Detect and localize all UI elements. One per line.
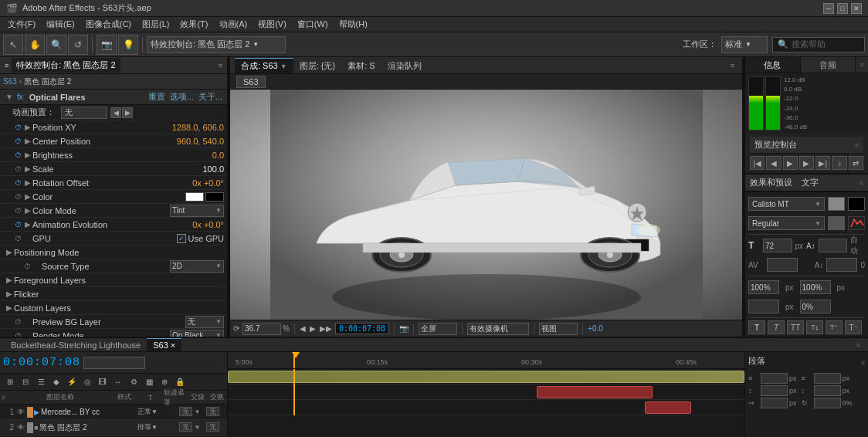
toolbar-btn-select[interactable]: ↖ <box>3 35 23 55</box>
toolbar-btn-zoom[interactable]: 🔍 <box>46 35 66 55</box>
preview-menu[interactable]: ≡ <box>855 141 859 149</box>
menu-view[interactable]: 视图(V) <box>253 17 291 32</box>
font-size-input[interactable]: 72 <box>763 239 792 252</box>
camera-dropdown[interactable]: 有效摄像机 <box>467 323 529 335</box>
toolbar-btn-rotate[interactable]: ↺ <box>68 35 88 55</box>
stopwatch-color[interactable]: ⏱ <box>12 191 23 202</box>
tt-btn-3[interactable]: ☰ <box>34 375 48 389</box>
preview-first-frame[interactable]: |◀ <box>750 156 765 170</box>
viewer-tab-render[interactable]: 渲染队列 <box>381 58 428 73</box>
source-type-dropdown[interactable]: 2D ▼ <box>170 260 224 273</box>
layer-track-1[interactable]: 无 ▼ <box>179 407 206 417</box>
maximize-button[interactable]: □ <box>837 3 848 14</box>
menu-edit[interactable]: 编辑(E) <box>42 17 80 32</box>
layer-eye-2[interactable]: 👁 <box>15 422 26 433</box>
value-brightness[interactable]: 0.0 <box>212 151 224 160</box>
style-italic[interactable]: T <box>768 320 785 334</box>
layer-mode-1[interactable]: 正常 ▼ <box>137 407 168 417</box>
view-dropdown[interactable]: 视图 <box>539 323 578 335</box>
font-stroke-btn[interactable] <box>848 197 865 211</box>
vb-play[interactable]: ▶ <box>310 324 316 333</box>
tt-btn-9[interactable]: ⚙ <box>127 375 141 389</box>
toggle-color[interactable]: ▶ <box>25 192 32 201</box>
menu-window[interactable]: 窗口(W) <box>293 17 333 32</box>
leading-input[interactable] <box>819 239 848 252</box>
stopwatch-anim-evo[interactable]: ⏱ <box>12 219 23 230</box>
color-swatch-black[interactable] <box>205 192 224 202</box>
preview-play-stop[interactable]: ▶ <box>783 156 798 170</box>
stopwatch-scale[interactable]: ⏱ <box>12 164 23 174</box>
render-mode-dropdown[interactable]: On Black ▼ <box>170 330 224 337</box>
viewer-tab-layer[interactable]: 图层: {无} <box>293 58 341 73</box>
seg-input-3b[interactable] <box>814 398 841 408</box>
seg-input-1a[interactable] <box>761 373 788 384</box>
animation-presets-dropdown[interactable]: 无 <box>61 107 107 119</box>
layer-parent-2[interactable]: 无 <box>206 422 225 432</box>
viewer-menu-icon[interactable]: ≡ <box>731 62 734 69</box>
of-reset-link[interactable]: 重置 <box>148 91 165 103</box>
toggle-rotation[interactable]: ▶ <box>25 178 32 187</box>
search-box[interactable]: 🔍 搜索帮助 <box>772 37 865 53</box>
preview-last-frame[interactable]: ▶| <box>815 156 830 170</box>
stopwatch-center-pos[interactable]: ⏱ <box>12 136 23 147</box>
vb-reset[interactable]: ⟳ <box>233 324 239 333</box>
toggle-pos-mode[interactable]: ▶ <box>6 248 14 256</box>
font-color-btn[interactable] <box>828 197 845 211</box>
stopwatch-brightness[interactable]: ⏱ <box>12 150 23 161</box>
timeline-tab-lighthouse[interactable]: Buckethead-Stretching Lighthouse <box>5 339 147 351</box>
toggle-position-xy[interactable]: ▶ <box>25 123 32 131</box>
layer-name-2[interactable]: 黑色 固态层 2 <box>39 422 137 433</box>
menu-file[interactable]: 文件(F) <box>3 17 40 32</box>
value-scale[interactable]: 100.0 <box>202 164 224 174</box>
panel-header-title[interactable]: 特效控制台: 黑色 固态层 2 <box>12 58 120 73</box>
vb-timecode-display[interactable]: 0:00:07:08 <box>335 323 389 334</box>
style-bold[interactable]: T <box>748 320 765 334</box>
workspace-dropdown[interactable]: 标准 ▼ <box>721 36 768 53</box>
font-name-dropdown[interactable]: Calisto MT ▼ <box>748 197 825 211</box>
tsume-input[interactable]: 0% <box>800 300 831 313</box>
close-button[interactable]: ✕ <box>851 3 862 14</box>
stopwatch-gpu[interactable]: ⏱ <box>12 233 23 244</box>
stopwatch-color-mode[interactable]: ⏱ <box>12 205 23 216</box>
preview-audio[interactable]: ♪ <box>832 156 846 170</box>
preview-loop[interactable]: ⇄ <box>849 156 863 170</box>
vb-prev-frame[interactable]: ◀ <box>300 324 306 333</box>
effects-menu-icon[interactable]: ≡ <box>860 179 863 187</box>
seg-input-1b[interactable] <box>814 373 841 384</box>
style-sup[interactable]: T⁺ <box>826 320 843 334</box>
stopwatch-source-type[interactable]: ⏱ <box>22 261 32 272</box>
layer-name-1[interactable]: Mercede... BY cc <box>41 408 137 416</box>
layer-parent-1[interactable]: 无 <box>206 407 225 417</box>
horiz-scale-input[interactable]: 100% <box>800 280 831 294</box>
panel-menu-icon[interactable]: ≡ <box>219 62 222 69</box>
color-mode-dropdown[interactable]: Tint ▼ <box>170 205 224 217</box>
seg-input-3a[interactable] <box>761 398 788 408</box>
stopwatch-preview-bg[interactable]: ⏱ <box>12 317 23 327</box>
tt-btn-5[interactable]: ⚡ <box>65 375 79 389</box>
viewer-tab-footage[interactable]: 素材: S <box>341 58 381 73</box>
timeline-menu[interactable]: ≡ <box>856 341 863 349</box>
right-tab-info[interactable]: 信息 <box>745 57 801 73</box>
clip-3-red[interactable] <box>645 401 691 414</box>
preview-prev-frame[interactable]: ◀ <box>766 156 781 170</box>
font-style-dropdown[interactable]: Regular ▼ <box>748 216 825 230</box>
style-strikethrough[interactable]: T⁻ <box>845 320 862 334</box>
baseline-input[interactable] <box>748 300 779 313</box>
toggle-scale[interactable]: ▶ <box>25 164 32 173</box>
seg-input-2b[interactable] <box>814 385 841 396</box>
toggle-color-mode[interactable]: ▶ <box>25 206 32 215</box>
toggle-brightness[interactable]: ▶ <box>25 151 32 159</box>
toggle-center-pos[interactable]: ▶ <box>25 137 32 145</box>
segment-menu[interactable]: ≡ <box>861 359 865 367</box>
right-tab-audio[interactable]: 音频 <box>801 57 856 73</box>
tt-btn-8[interactable]: ↔ <box>111 375 125 389</box>
value-anim-evo[interactable]: 0x +0.0° <box>192 220 224 229</box>
minimize-button[interactable]: ─ <box>823 3 834 14</box>
style-tt[interactable]: TT <box>787 320 804 334</box>
tt-btn-10[interactable]: ▦ <box>142 375 156 389</box>
of-about-link[interactable]: 关于... <box>198 91 222 103</box>
color-swatch-white[interactable] <box>185 192 204 202</box>
clip-2-red[interactable] <box>537 386 653 398</box>
preview-next-frame[interactable]: ▶ <box>799 156 814 170</box>
right-panel-menu[interactable]: ≡ <box>856 57 868 73</box>
